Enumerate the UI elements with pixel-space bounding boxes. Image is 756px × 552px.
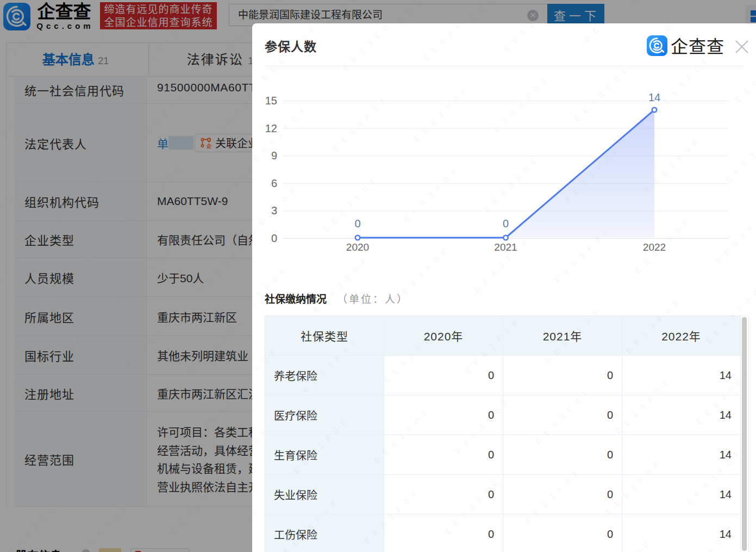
svg-text:12: 12 bbox=[265, 122, 277, 134]
svg-text:EE63F0F: EE63F0F bbox=[502, 23, 564, 53]
svg-text:14: 14 bbox=[648, 91, 660, 103]
svg-text:6: 6 bbox=[271, 177, 277, 189]
svg-text:EE63F0F: EE63F0F bbox=[422, 23, 483, 63]
svg-text:2020: 2020 bbox=[346, 241, 369, 253]
svg-text:2021: 2021 bbox=[494, 241, 517, 253]
svg-text:EE63F0F: EE63F0F bbox=[583, 23, 644, 43]
svg-text:0: 0 bbox=[271, 232, 277, 244]
svg-text:15: 15 bbox=[265, 95, 277, 107]
svg-text:0: 0 bbox=[503, 218, 509, 230]
svg-text:2022: 2022 bbox=[643, 241, 666, 253]
svg-text:EE63F0F: EE63F0F bbox=[663, 23, 724, 33]
svg-text:EE63F0F: EE63F0F bbox=[252, 505, 263, 552]
svg-text:0: 0 bbox=[354, 218, 360, 230]
svg-text:9: 9 bbox=[271, 150, 277, 162]
svg-text:3: 3 bbox=[271, 204, 277, 216]
svg-text:EE63F0F: EE63F0F bbox=[341, 23, 403, 72]
